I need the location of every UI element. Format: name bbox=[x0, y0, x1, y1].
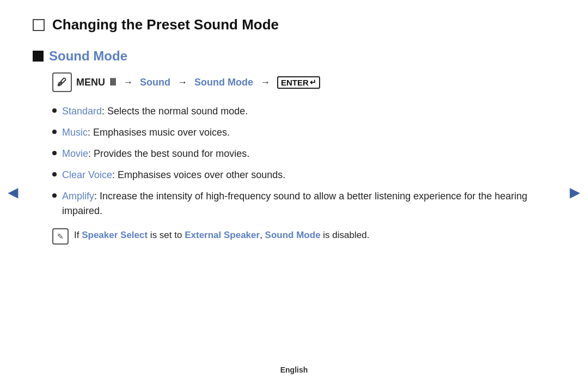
bullet-dot bbox=[52, 108, 57, 113]
footer-text: English bbox=[280, 365, 308, 374]
note-text: If Speaker Select is set to External Spe… bbox=[74, 228, 369, 242]
menu-sound-link: Sound bbox=[140, 77, 170, 88]
item-text: Movie: Provides the best sound for movie… bbox=[62, 147, 249, 161]
desc-clear-voice: : Emphasises voices over other sounds. bbox=[112, 169, 285, 180]
section-title: Sound Mode bbox=[49, 48, 127, 64]
desc-amplify: : Increase the intensity of high-frequen… bbox=[62, 191, 528, 216]
desc-music: : Emphasises music over voices. bbox=[88, 127, 230, 138]
menu-icon-symbol: 🖋 bbox=[57, 77, 67, 88]
checkbox-icon bbox=[33, 19, 45, 31]
bullet-dot bbox=[52, 130, 57, 134]
enter-label: ENTER bbox=[281, 78, 309, 87]
main-title-text: Changing the Preset Sound Mode bbox=[52, 16, 279, 33]
term-clear-voice: Clear Voice bbox=[62, 169, 112, 180]
bullet-dot bbox=[52, 193, 57, 198]
note-sound-mode: Sound Mode bbox=[265, 230, 321, 240]
enter-return-symbol: ↵ bbox=[310, 78, 316, 87]
list-item: Clear Voice: Emphasises voices over othe… bbox=[52, 168, 544, 182]
note-icon: ✎ bbox=[52, 228, 69, 245]
nav-arrow-left[interactable]: ◄ bbox=[4, 182, 22, 202]
bullet-list: Standard: Selects the normal sound mode.… bbox=[52, 104, 544, 218]
list-item: Movie: Provides the best sound for movie… bbox=[52, 147, 544, 161]
desc-movie: : Provides the best sound for movies. bbox=[88, 148, 249, 159]
menu-navigation-line: 🖋 MENUⅢ → Sound → Sound Mode → ENTER ↵ bbox=[52, 72, 544, 92]
note-middle: is set to bbox=[148, 230, 185, 240]
arrow-3: → bbox=[258, 77, 273, 88]
list-item: Amplify: Increase the intensity of high-… bbox=[52, 189, 544, 218]
item-text: Amplify: Increase the intensity of high-… bbox=[62, 189, 544, 218]
section-header: Sound Mode bbox=[33, 48, 544, 64]
main-title-container: Changing the Preset Sound Mode bbox=[33, 16, 544, 33]
note-suffix: is disabled. bbox=[321, 230, 370, 240]
desc-standard: : Selects the normal sound mode. bbox=[102, 106, 248, 117]
section-square-icon bbox=[33, 51, 44, 62]
term-standard: Standard bbox=[62, 106, 102, 117]
list-item: Standard: Selects the normal sound mode. bbox=[52, 104, 544, 119]
note-prefix: If bbox=[74, 230, 82, 240]
page-container: Changing the Preset Sound Mode Sound Mod… bbox=[0, 0, 588, 261]
enter-icon: ENTER ↵ bbox=[277, 76, 320, 89]
note-line: ✎ If Speaker Select is set to External S… bbox=[52, 228, 544, 245]
note-external-speaker: External Speaker bbox=[185, 230, 260, 240]
arrow-1: → bbox=[120, 77, 136, 88]
list-item: Music: Emphasises music over voices. bbox=[52, 125, 544, 140]
bullet-dot bbox=[52, 172, 57, 176]
item-text: Music: Emphasises music over voices. bbox=[62, 125, 230, 140]
item-text: Clear Voice: Emphasises voices over othe… bbox=[62, 168, 285, 182]
bullet-dot bbox=[52, 151, 57, 155]
menu-icon: 🖋 bbox=[52, 72, 72, 92]
nav-arrow-right[interactable]: ► bbox=[566, 182, 584, 202]
note-comma: , bbox=[260, 230, 262, 240]
term-music: Music bbox=[62, 127, 88, 138]
note-speaker-select: Speaker Select bbox=[82, 230, 148, 240]
menu-label: MENU bbox=[76, 77, 105, 88]
arrow-2: → bbox=[175, 77, 190, 88]
menu-sound-mode-link: Sound Mode bbox=[194, 77, 253, 88]
term-amplify: Amplify bbox=[62, 191, 94, 202]
item-text: Standard: Selects the normal sound mode. bbox=[62, 104, 248, 119]
term-movie: Movie bbox=[62, 148, 88, 159]
